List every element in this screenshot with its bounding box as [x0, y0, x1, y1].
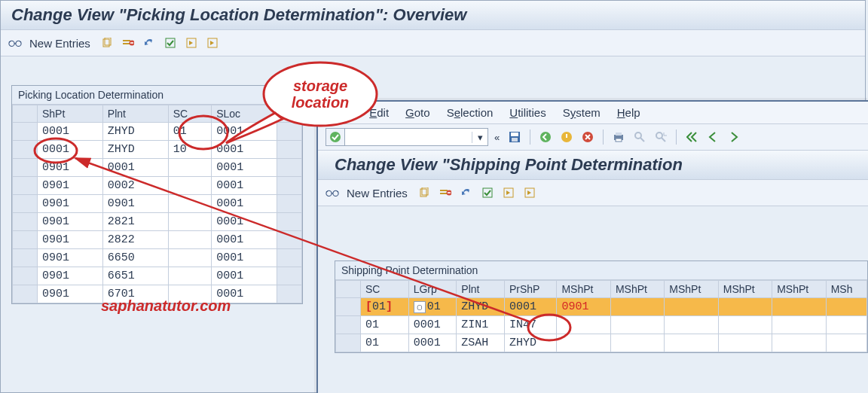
table-row[interactable]: 090128220001 — [13, 231, 302, 249]
cell-mshpt[interactable] — [772, 316, 826, 334]
undo-icon[interactable] — [457, 184, 475, 201]
cell-sc[interactable]: [01] — [361, 298, 409, 316]
cell-mshpt[interactable] — [826, 316, 866, 334]
cell-plnt[interactable]: 2821 — [102, 213, 168, 231]
copy-icon[interactable] — [415, 184, 433, 201]
table-row[interactable]: 090109010001 — [13, 195, 302, 213]
cell-plnt[interactable]: ZHYD — [102, 141, 168, 159]
cell-mshpt[interactable] — [610, 316, 664, 334]
row-selector[interactable] — [336, 298, 361, 316]
cell-lgrp[interactable]: 0001 — [408, 334, 457, 352]
row-selector[interactable] — [13, 267, 38, 285]
cell-mshpt[interactable] — [718, 334, 772, 352]
glasses-icon[interactable] — [8, 36, 22, 50]
cell-mshpt[interactable] — [772, 334, 826, 352]
cell-shpt[interactable]: 0901 — [38, 213, 103, 231]
cell-prshp[interactable]: 0001 — [505, 298, 557, 316]
command-field[interactable]: ▾ — [326, 128, 488, 146]
row-selector[interactable] — [13, 177, 38, 195]
new-entries-button[interactable]: New Entries — [347, 187, 408, 200]
enter-icon[interactable] — [326, 129, 345, 145]
cell-sc[interactable]: 01 — [168, 123, 211, 141]
deselect-all-icon[interactable] — [500, 184, 518, 201]
cell-shpt[interactable]: 0001 — [38, 123, 103, 141]
find-next-icon[interactable] — [652, 129, 670, 145]
menu-edit[interactable]: Edit — [369, 106, 389, 119]
cell-plnt[interactable]: ZIN1 — [457, 316, 505, 334]
select-all-icon[interactable] — [161, 35, 179, 51]
cell-lgrp[interactable]: 0001 — [408, 316, 457, 334]
col-plnt[interactable]: Plnt — [457, 281, 505, 298]
cell-sc[interactable] — [168, 159, 211, 177]
cell-mshpt[interactable] — [557, 316, 610, 334]
col-mshpt[interactable]: MShPt — [610, 281, 664, 298]
cell-sloc[interactable]: 0001 — [212, 195, 277, 213]
print-icon[interactable] — [610, 129, 628, 145]
cell-shpt[interactable]: 0901 — [38, 249, 103, 267]
cell-sloc[interactable]: 0001 — [212, 231, 277, 249]
cell-mshpt[interactable] — [557, 334, 610, 352]
menu-help[interactable]: Help — [617, 106, 640, 119]
cell-plnt[interactable]: 0901 — [102, 195, 168, 213]
new-entries-button[interactable]: New Entries — [29, 37, 90, 50]
cell-shpt[interactable]: 0001 — [38, 141, 103, 159]
cell-sloc[interactable]: 0001 — [212, 123, 277, 141]
first-page-icon[interactable] — [683, 129, 701, 145]
cell-plnt[interactable]: 6650 — [102, 249, 168, 267]
menu-selection[interactable]: Selection — [447, 106, 494, 119]
select-all-icon[interactable] — [478, 184, 497, 201]
cell-shpt[interactable]: 0901 — [38, 285, 103, 303]
cell-plnt[interactable]: 0002 — [102, 177, 168, 195]
table-row[interactable]: 0001ZHYD010001 — [13, 123, 302, 141]
col-lgrp[interactable]: LGrp — [408, 281, 457, 298]
cell-shpt[interactable]: 0901 — [38, 177, 103, 195]
table-row[interactable]: 090166510001 — [13, 267, 302, 285]
deselect-all-icon[interactable] — [182, 35, 200, 51]
picking-location-table[interactable]: ShPt Plnt SC SLoc 0001ZHYD0100010001ZHYD… — [12, 105, 302, 303]
row-selector[interactable] — [13, 231, 38, 249]
table-row[interactable]: 090100010001 — [13, 159, 302, 177]
cell-mshpt[interactable] — [718, 316, 772, 334]
cell-mshpt[interactable] — [665, 334, 718, 352]
cell-shpt[interactable]: 0901 — [38, 267, 103, 285]
menu-utilities[interactable]: Utilities — [509, 106, 546, 119]
back-icon[interactable] — [536, 129, 555, 145]
table-row[interactable]: 090128210001 — [13, 213, 302, 231]
cell-plnt[interactable]: 2822 — [102, 231, 168, 249]
table-row[interactable]: 090166500001 — [13, 249, 302, 267]
cell-sc[interactable] — [168, 267, 211, 285]
cell-sc[interactable] — [168, 177, 211, 195]
cell-sc[interactable] — [168, 231, 211, 249]
exit-icon[interactable] — [558, 129, 576, 145]
cell-mshpt[interactable] — [610, 298, 664, 316]
col-prshp[interactable]: PrShP — [505, 281, 557, 298]
cell-mshpt[interactable] — [665, 316, 718, 334]
cell-plnt[interactable]: ZSAH — [457, 334, 505, 352]
col-plnt[interactable]: Plnt — [102, 105, 168, 123]
cell-mshpt[interactable] — [772, 298, 826, 316]
cell-sc[interactable] — [168, 213, 211, 231]
shipping-point-table[interactable]: SC LGrp Plnt PrShP MShPt MShPt MShPt MSh… — [335, 280, 867, 352]
cell-plnt[interactable]: 6651 — [102, 267, 168, 285]
col-shpt[interactable]: ShPt — [38, 105, 103, 123]
row-selector[interactable] — [13, 159, 38, 177]
cell-sc[interactable]: 01 — [361, 316, 409, 334]
glasses-icon[interactable] — [326, 186, 339, 200]
cell-lgrp[interactable]: ▢01 — [408, 298, 457, 316]
row-selector[interactable] — [13, 213, 38, 231]
next-page-icon[interactable] — [725, 129, 743, 145]
cell-prshp[interactable]: IN47 — [505, 316, 557, 334]
cell-plnt[interactable]: ZHYD — [102, 123, 168, 141]
table-row[interactable]: 0001ZHYD100001 — [13, 141, 302, 159]
menu-system[interactable]: System — [563, 106, 601, 119]
menu-goto[interactable]: Goto — [405, 106, 430, 119]
table-row[interactable]: [01]▢01ZHYD00010901 — [336, 298, 867, 316]
save-icon[interactable] — [506, 129, 524, 145]
cell-sloc[interactable]: 0001 — [212, 141, 277, 159]
cell-mshpt[interactable] — [665, 298, 718, 316]
row-selector[interactable] — [13, 249, 38, 267]
cell-sc[interactable] — [168, 195, 211, 213]
cell-mshpt[interactable] — [718, 298, 772, 316]
cell-shpt[interactable]: 0901 — [38, 231, 103, 249]
undo-icon[interactable] — [140, 35, 158, 51]
